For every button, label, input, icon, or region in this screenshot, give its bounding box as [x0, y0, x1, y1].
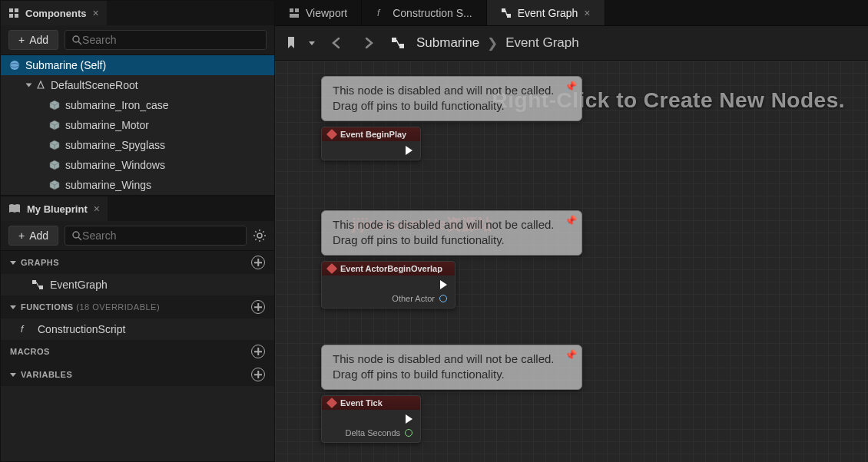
add-variable-button[interactable]: [251, 368, 265, 381]
svg-rect-22: [290, 8, 293, 12]
svg-rect-2: [9, 14, 13, 18]
svg-rect-27: [507, 14, 511, 18]
myblueprint-panel: My Blueprint × + Add: [0, 196, 275, 462]
graph-icon: [390, 36, 406, 50]
svg-rect-20: [39, 285, 43, 289]
node-actorbeginoverlap[interactable]: Event ActorBeginOverlap Other Actor: [321, 261, 456, 309]
exec-pin[interactable]: [406, 146, 412, 155]
svg-point-6: [10, 61, 19, 70]
graph-icon: [31, 279, 44, 290]
chevron-down-icon: [10, 373, 16, 377]
section-graphs[interactable]: GRAPHS: [1, 251, 274, 274]
add-graph-button[interactable]: [251, 256, 265, 269]
close-icon[interactable]: ×: [94, 203, 100, 215]
node-tick[interactable]: Event Tick Delta Seconds: [321, 395, 421, 443]
svg-rect-28: [392, 38, 396, 42]
plus-icon: +: [18, 34, 25, 46]
chevron-down-icon: [10, 305, 16, 309]
graph-canvas[interactable]: Right-Click to Create New Nodes. jijius.…: [275, 61, 868, 462]
section-variables[interactable]: VARIABLES: [1, 363, 274, 386]
node-header[interactable]: Event BeginPlay: [322, 127, 420, 141]
tab-construction[interactable]: f Construction S...: [362, 0, 487, 25]
tree-item[interactable]: submarine_Motor: [1, 115, 274, 135]
chevron-down-icon[interactable]: [26, 84, 32, 87]
tree-item[interactable]: submarine_Iron_case: [1, 95, 274, 115]
tab-viewport[interactable]: Viewport: [275, 0, 362, 25]
breadcrumb: Submarine ❯ Event Graph: [416, 35, 579, 51]
svg-rect-26: [502, 8, 505, 12]
add-new-button[interactable]: + Add: [8, 226, 58, 246]
breadcrumb-sep-icon: ❯: [487, 35, 498, 51]
myblueprint-search-input[interactable]: [82, 229, 240, 242]
tree-scene-root[interactable]: DefaultSceneRoot: [1, 75, 274, 95]
svg-line-18: [263, 231, 263, 232]
svg-rect-0: [9, 8, 13, 12]
svg-point-8: [73, 232, 79, 238]
scene-icon: [35, 80, 46, 91]
graph-toolbar: Submarine ❯ Event Graph: [275, 26, 868, 61]
pin-icon[interactable]: 📌: [565, 80, 577, 94]
book-icon: [8, 203, 21, 214]
exec-pin[interactable]: [440, 280, 447, 289]
chevron-down-icon[interactable]: [309, 41, 315, 45]
components-tree: Submarine (Self) DefaultSceneRoot submar…: [1, 55, 274, 195]
tab-eventgraph[interactable]: Event Graph ×: [487, 0, 605, 25]
pin-icon[interactable]: 📌: [565, 214, 577, 228]
staticmesh-icon: [48, 99, 61, 111]
components-search-wrap[interactable]: [65, 30, 267, 50]
nav-back-button[interactable]: [326, 32, 347, 54]
myblueprint-tabbar: My Blueprint ×: [1, 196, 274, 221]
add-macro-button[interactable]: [251, 345, 265, 358]
components-tabbar: Components ×: [1, 1, 274, 25]
svg-rect-1: [15, 8, 18, 12]
node-comment[interactable]: 📌 This node is disabled and will not be …: [321, 345, 582, 390]
node-header[interactable]: Event ActorBeginOverlap: [322, 262, 455, 276]
tab-components[interactable]: Components ×: [1, 1, 107, 25]
components-icon: [8, 8, 19, 18]
tab-myblueprint[interactable]: My Blueprint ×: [1, 196, 108, 221]
add-function-button[interactable]: [251, 300, 265, 314]
node-comment[interactable]: 📌 This node is disabled and will not be …: [321, 76, 582, 121]
event-diamond-icon: [326, 129, 337, 140]
tree-item[interactable]: submarine_Wings: [1, 175, 274, 195]
svg-line-9: [78, 237, 81, 240]
staticmesh-icon: [48, 119, 61, 131]
tree-root[interactable]: Submarine (Self): [1, 55, 274, 75]
section-macros[interactable]: MACROS: [1, 340, 274, 363]
data-pin[interactable]: [439, 295, 447, 302]
nav-forward-button[interactable]: [358, 32, 379, 54]
tree-item[interactable]: submarine_Windows: [1, 155, 274, 175]
function-icon: f: [19, 324, 31, 335]
data-pin[interactable]: [405, 429, 412, 437]
tree-item[interactable]: submarine_Spyglass: [1, 135, 274, 155]
breadcrumb-current: Event Graph: [505, 35, 578, 51]
svg-line-5: [78, 41, 81, 45]
close-icon[interactable]: ×: [584, 7, 590, 19]
staticmesh-icon: [48, 179, 61, 191]
bookmark-icon[interactable]: [286, 36, 298, 50]
add-component-button[interactable]: + Add: [8, 30, 58, 50]
exec-pin[interactable]: [406, 414, 412, 424]
search-icon: [71, 230, 82, 241]
myblueprint-search-wrap[interactable]: [65, 226, 247, 246]
list-item-construction[interactable]: f ConstructionScript: [1, 318, 274, 340]
node-header[interactable]: Event Tick: [322, 396, 420, 410]
gear-icon[interactable]: [253, 229, 267, 243]
plus-icon: +: [18, 229, 25, 242]
right-tabs: Viewport f Construction S... Event Graph…: [275, 0, 868, 26]
node-beginplay[interactable]: Event BeginPlay: [321, 127, 421, 160]
close-icon[interactable]: ×: [92, 7, 98, 19]
node-comment[interactable]: 📌 This node is disabled and will not be …: [321, 210, 582, 256]
pin-icon[interactable]: 📌: [565, 348, 577, 362]
section-functions[interactable]: FUNCTIONS (18 OVERRIDABLE): [1, 295, 274, 318]
list-item-eventgraph[interactable]: EventGraph: [1, 274, 274, 295]
svg-line-16: [263, 239, 263, 239]
svg-rect-29: [399, 44, 404, 48]
components-panel: Components × + Add: [0, 0, 275, 196]
svg-line-15: [255, 231, 256, 232]
breadcrumb-root[interactable]: Submarine: [416, 35, 479, 51]
event-diamond-icon: [326, 398, 337, 408]
svg-text:f: f: [377, 8, 381, 18]
components-search-input[interactable]: [82, 34, 260, 46]
staticmesh-icon: [48, 159, 61, 171]
